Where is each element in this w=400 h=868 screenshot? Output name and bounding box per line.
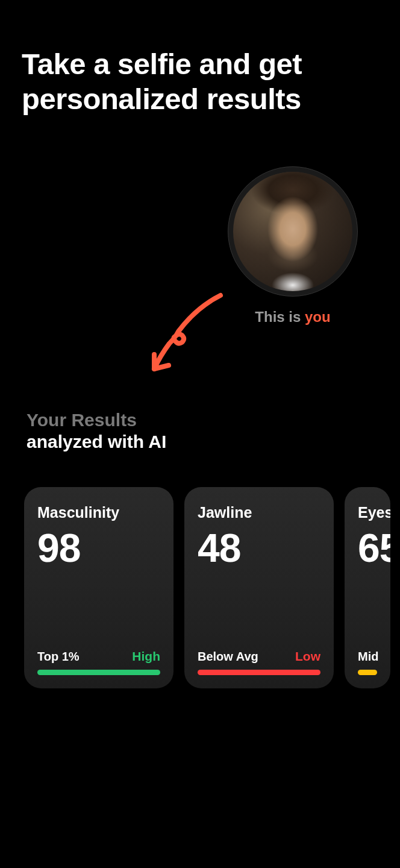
results-cards-row[interactable]: Masculinity 98 Top 1% High Jawline 48 Be… bbox=[24, 487, 390, 688]
avatar-caption-highlight: you bbox=[305, 309, 331, 325]
avatar-ring[interactable] bbox=[228, 166, 358, 297]
results-header-line2: analyzed with AI bbox=[27, 432, 166, 452]
card-title: Masculinity bbox=[37, 504, 160, 521]
card-score: 98 bbox=[37, 525, 160, 571]
card-progress-bar bbox=[198, 670, 320, 675]
card-title: Jawline bbox=[198, 504, 320, 521]
card-rank: Top 1% bbox=[37, 650, 80, 664]
card-score: 65 bbox=[358, 525, 377, 571]
card-level: High bbox=[132, 649, 160, 664]
card-progress-bar bbox=[358, 670, 377, 675]
result-card-eyes[interactable]: Eyes 65 Mid bbox=[345, 487, 390, 688]
card-progress-bar bbox=[37, 670, 160, 675]
card-title: Eyes bbox=[358, 504, 377, 521]
avatar-caption: This is you bbox=[228, 309, 358, 326]
arrow-icon bbox=[142, 289, 239, 386]
result-card-jawline[interactable]: Jawline 48 Below Avg Low bbox=[184, 487, 334, 688]
card-score: 48 bbox=[198, 525, 320, 571]
card-rank: Mid bbox=[358, 650, 378, 664]
results-header: Your Results analyzed with AI bbox=[27, 410, 166, 452]
avatar-image bbox=[233, 172, 352, 291]
result-card-masculinity[interactable]: Masculinity 98 Top 1% High bbox=[24, 487, 173, 688]
page-headline: Take a selfie and get personalized resul… bbox=[0, 0, 400, 117]
avatar-section: This is you bbox=[228, 166, 358, 326]
card-rank: Below Avg bbox=[198, 650, 258, 664]
card-level: Low bbox=[295, 649, 320, 664]
results-header-line1: Your Results bbox=[27, 410, 166, 430]
avatar-caption-prefix: This is bbox=[255, 309, 305, 325]
